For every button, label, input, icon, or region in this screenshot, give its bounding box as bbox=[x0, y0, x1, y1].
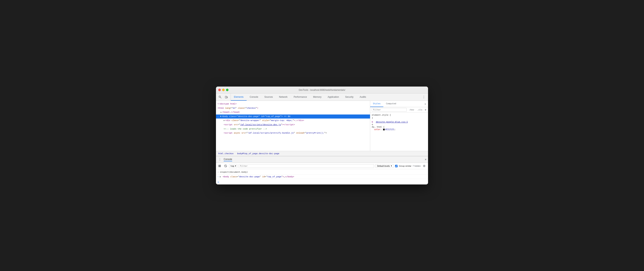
devtools-tab-bar: Elements Console Sources Network Perform… bbox=[216, 94, 428, 101]
dom-line-script-prettify: <script async src="/wf-local/scripts/pre… bbox=[216, 131, 370, 135]
style-rule-element: element.style { } bbox=[372, 114, 426, 119]
dom-line-doctype: <!doctype html> bbox=[216, 102, 370, 106]
device-mode-icon[interactable] bbox=[224, 94, 229, 100]
breadcrumb-html[interactable]: html.checkov bbox=[218, 152, 234, 155]
style-source-link[interactable]: devsite-google-blue.css:1 bbox=[376, 121, 408, 123]
console-drawer-header: ⋮ Console × bbox=[216, 156, 428, 163]
dom-line-html: <html lang="en" class="checkov"> bbox=[216, 106, 370, 110]
style-rule-body: b devsite-google-blue.css:1 o dy, html {… bbox=[372, 121, 426, 131]
console-group-similar-label: Group similar bbox=[399, 165, 411, 167]
tab-application[interactable]: Application bbox=[324, 94, 342, 100]
svg-rect-2 bbox=[227, 97, 228, 98]
style-source-line: b devsite-google-blue.css:1 bbox=[372, 121, 426, 123]
elements-content: <!doctype html> <html lang="en" class="c… bbox=[216, 101, 370, 136]
console-levels-button[interactable]: Default levels ▼ bbox=[375, 164, 394, 168]
styles-add-rule-button[interactable]: + bbox=[424, 108, 426, 112]
style-selector-element: element.style { bbox=[372, 114, 426, 116]
more-tabs-icon[interactable]: ⋮ bbox=[421, 94, 426, 100]
styles-filter-input[interactable] bbox=[372, 108, 407, 112]
console-collapse-icon[interactable]: ‹ bbox=[218, 175, 219, 178]
svg-rect-0 bbox=[219, 96, 220, 97]
tab-network[interactable]: Network bbox=[276, 94, 290, 100]
console-line-text-body: ▶ <body class="devsite-doc-page" id="top… bbox=[220, 175, 294, 178]
minimize-button[interactable] bbox=[222, 89, 225, 91]
tab-performance[interactable]: Performance bbox=[290, 94, 310, 100]
console-drawer-menu-icon[interactable]: ⋮ bbox=[218, 157, 222, 162]
fullscreen-button[interactable] bbox=[226, 89, 228, 91]
console-line-text-inspect: inspect(document.body) bbox=[220, 170, 248, 174]
dom-line-script-devsite: <script src="/wf-local/scripts/devsite-d… bbox=[216, 123, 370, 127]
tab-console[interactable]: Console bbox=[246, 94, 261, 100]
styles-more-icon[interactable]: » bbox=[423, 101, 428, 107]
breadcrumb-bar: html.checkov body#top_of_page.devsite-do… bbox=[216, 151, 428, 156]
dom-line-body[interactable]: … ▼<body class="devsite-doc-page" id="to… bbox=[216, 114, 370, 119]
console-output: › inspect(document.body) ‹ ▶ <body class… bbox=[216, 169, 428, 180]
inspect-icon[interactable] bbox=[218, 94, 223, 100]
styles-filter-bar: :hov .cls + bbox=[370, 107, 428, 112]
console-settings-icon[interactable] bbox=[422, 164, 426, 168]
window-title: DevTools - localhost:8080/web/fundamenta… bbox=[299, 89, 345, 91]
console-prompt: > bbox=[216, 180, 428, 184]
devtools-icon-group bbox=[216, 94, 231, 100]
console-prompt-caret: > bbox=[218, 180, 219, 184]
styles-tabs: Styles Computed » bbox=[370, 101, 428, 107]
title-bar: DevTools - localhost:8080/web/fundamenta… bbox=[216, 86, 428, 94]
dom-line-div-wrapper: ▶<div class="devsite-wrapper" style="mar… bbox=[216, 118, 370, 123]
svg-point-7 bbox=[424, 166, 425, 166]
styles-content: element.style { } b devsite-google-blue.… bbox=[370, 112, 428, 134]
styles-panel: Styles Computed » :hov .cls + element.st… bbox=[370, 101, 428, 151]
console-drawer-title[interactable]: Console bbox=[224, 158, 232, 161]
console-toolbar: top ▼ Default levels ▼ Group similar 7 h… bbox=[216, 163, 428, 169]
close-button[interactable] bbox=[218, 89, 221, 91]
console-prompt-input[interactable] bbox=[220, 181, 426, 184]
svg-rect-4 bbox=[220, 165, 220, 167]
tab-security[interactable]: Security bbox=[342, 94, 356, 100]
dom-line-head: ▶<head>…</head> bbox=[216, 110, 370, 114]
tab-audits[interactable]: Audits bbox=[356, 94, 369, 100]
styles-tab-styles[interactable]: Styles bbox=[370, 101, 383, 107]
dom-line-comment: <!-- loads the code prettifier --> bbox=[216, 127, 370, 131]
console-expand-icon[interactable]: › bbox=[218, 170, 219, 174]
console-execute-icon[interactable] bbox=[218, 164, 222, 168]
elements-panel: <!doctype html> <html lang="en" class="c… bbox=[216, 101, 370, 151]
svg-rect-1 bbox=[225, 96, 227, 98]
console-block-icon[interactable] bbox=[223, 164, 228, 168]
console-drawer-close-button[interactable]: × bbox=[425, 158, 426, 161]
devtools-tabs: Elements Console Sources Network Perform… bbox=[231, 94, 421, 100]
console-filter-input[interactable] bbox=[238, 164, 374, 168]
tab-sources[interactable]: Sources bbox=[261, 94, 276, 100]
styles-tab-computed[interactable]: Computed bbox=[383, 101, 399, 107]
breadcrumb-body[interactable]: body#top_of_page.devsite-doc-page bbox=[236, 152, 280, 155]
console-line-inspect: › inspect(document.body) bbox=[216, 170, 428, 175]
style-prop-color: color: #212121; bbox=[372, 128, 426, 131]
tab-memory[interactable]: Memory bbox=[310, 94, 324, 100]
console-context-selector[interactable]: top ▼ bbox=[229, 164, 237, 168]
console-line-body: ‹ ▶ <body class="devsite-doc-page" id="t… bbox=[216, 175, 428, 179]
styles-hov-button[interactable]: :hov bbox=[408, 108, 415, 112]
style-rule-close: } bbox=[372, 116, 426, 119]
console-group-similar-checkbox[interactable] bbox=[395, 165, 398, 167]
traffic-lights bbox=[218, 89, 228, 91]
color-swatch bbox=[383, 128, 385, 130]
console-hidden-count: 7 hidden bbox=[412, 165, 421, 167]
devtools-window: DevTools - localhost:8080/web/fundamenta… bbox=[216, 86, 428, 184]
svg-line-6 bbox=[225, 165, 226, 167]
tab-elements[interactable]: Elements bbox=[231, 94, 246, 100]
devtools-main-area: <!doctype html> <html lang="en" class="c… bbox=[216, 101, 428, 151]
console-drawer: ⋮ Console × top ▼ bbox=[216, 156, 428, 184]
breadcrumb-separator bbox=[234, 152, 236, 155]
styles-cls-button[interactable]: .cls bbox=[416, 108, 423, 112]
svg-rect-3 bbox=[219, 165, 220, 167]
